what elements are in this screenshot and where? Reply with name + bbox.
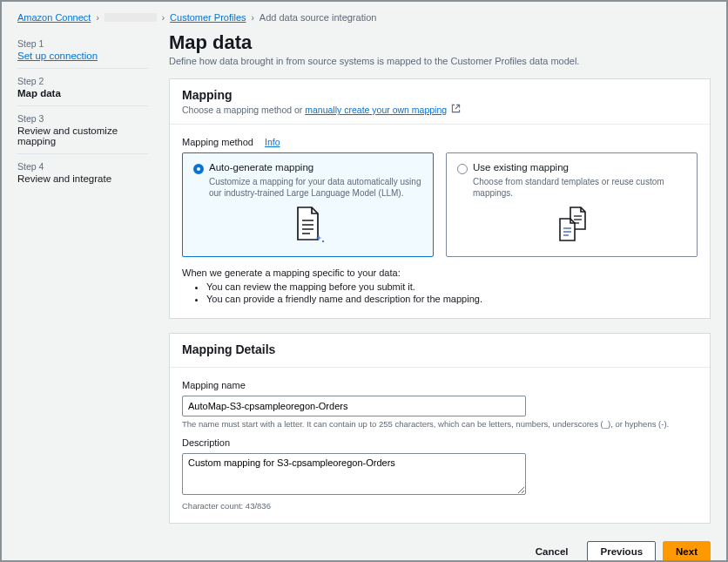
mapping-name-input[interactable] — [182, 396, 526, 416]
step-3: Step 3 Review and customize mapping — [17, 106, 148, 154]
next-button[interactable]: Next — [663, 541, 711, 562]
previous-button[interactable]: Previous — [587, 541, 656, 562]
tile-use-existing[interactable]: Use existing mapping Choose from standar… — [446, 152, 698, 257]
page-desc: Define how data brought in from source s… — [169, 56, 711, 66]
manual-mapping-link[interactable]: manually create your own mapping — [305, 105, 447, 115]
breadcrumb: Amazon Connect › › Customer Profiles › A… — [17, 12, 711, 23]
wizard-steps: Step 1 Set up connection Step 2 Map data… — [17, 31, 148, 546]
documents-stack-icon — [457, 206, 686, 244]
mapping-title: Mapping — [182, 88, 698, 102]
radio-auto[interactable] — [193, 164, 204, 174]
info-link[interactable]: Info — [265, 137, 280, 147]
mapping-subtitle: Choose a mapping method or manually crea… — [182, 104, 698, 115]
breadcrumb-root[interactable]: Amazon Connect — [17, 12, 91, 23]
page-title: Map data — [169, 31, 711, 54]
cancel-button[interactable]: Cancel — [523, 542, 581, 561]
mapping-method-label: Mapping method Info — [182, 137, 698, 147]
step-1[interactable]: Step 1 Set up connection — [17, 31, 148, 69]
document-sparkle-icon — [193, 206, 422, 244]
wizard-footer: Cancel Previous Next — [169, 538, 711, 562]
mapping-details-title: Mapping Details — [182, 342, 698, 356]
svg-point-4 — [321, 240, 323, 242]
generate-bullets: You can review the mapping before you su… — [206, 281, 698, 304]
mapping-details-panel: Mapping Details Mapping name The name mu… — [169, 333, 711, 524]
radio-existing[interactable] — [457, 164, 468, 174]
char-count: Character count: 43/836 — [182, 501, 698, 511]
breadcrumb-redacted — [104, 13, 157, 22]
mapping-panel: Mapping Choose a mapping method or manua… — [169, 78, 711, 319]
external-link-icon — [451, 105, 461, 115]
breadcrumb-current: Add data source integration — [260, 12, 377, 23]
description-label: Description — [182, 437, 698, 448]
chevron-right-icon: › — [162, 13, 165, 23]
chevron-right-icon: › — [96, 13, 98, 23]
mapping-name-label: Mapping name — [182, 380, 698, 390]
description-input[interactable] — [182, 453, 526, 495]
step-4: Step 4 Review and integrate — [17, 154, 148, 191]
breadcrumb-customer-profiles[interactable]: Customer Profiles — [170, 12, 246, 23]
chevron-right-icon: › — [252, 13, 254, 23]
mapping-name-hint: The name must start with a letter. It ca… — [182, 419, 698, 429]
step-2: Step 2 Map data — [17, 69, 148, 106]
generate-note: When we generate a mapping specific to y… — [182, 267, 698, 278]
tile-auto-generate[interactable]: Auto-generate mapping Customize a mappin… — [182, 152, 434, 257]
